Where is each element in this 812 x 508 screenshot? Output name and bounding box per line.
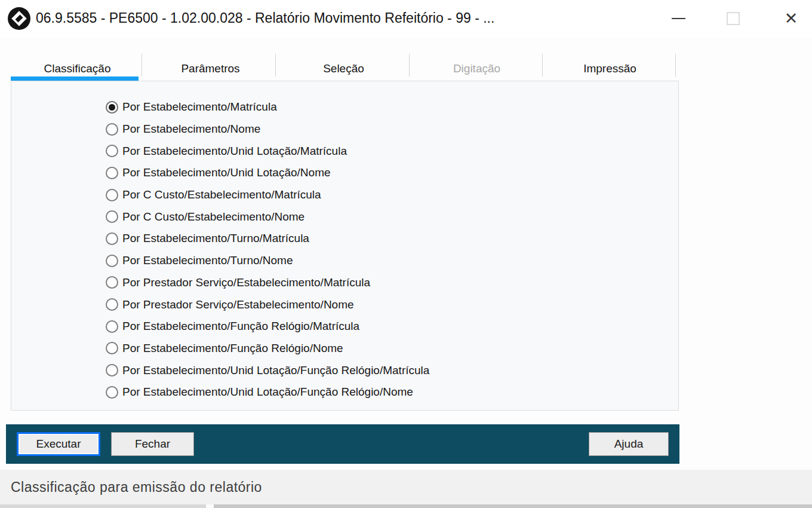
radio-option[interactable]: Por Estabelecimento/Turno/Nome xyxy=(106,250,429,272)
bottom-strip-left xyxy=(0,504,206,508)
action-bar: Executar Fechar Ajuda xyxy=(6,424,679,464)
close-button[interactable]: ✕ xyxy=(777,5,805,32)
tab-selecao[interactable]: Seleção xyxy=(277,53,410,81)
window-title: 06.9.5585 - PE6500 - 1.02.00.028 - Relat… xyxy=(36,10,494,26)
radio-dot xyxy=(109,104,115,111)
tab-separator xyxy=(675,54,676,76)
radio-option[interactable]: Por Estabelecimento/Unid Lotação/Função … xyxy=(106,359,429,381)
radio-icon[interactable] xyxy=(106,320,118,333)
radio-icon[interactable] xyxy=(106,210,118,223)
tab-bar: Classificação Parâmetros Seleção Digitaç… xyxy=(11,53,679,81)
radio-icon[interactable] xyxy=(106,189,118,201)
radio-option[interactable]: Por Estabelecimento/Matrícula xyxy=(106,96,429,118)
radio-option[interactable]: Por Prestador Serviço/Estabelecimento/Ma… xyxy=(106,272,429,294)
bottom-strip-right xyxy=(214,504,812,508)
radio-icon[interactable] xyxy=(106,364,118,377)
radio-option[interactable]: Por Prestador Serviço/Estabelecimento/No… xyxy=(106,293,429,316)
maximize-button[interactable] xyxy=(719,5,747,32)
radio-option[interactable]: Por C Custo/Estabelecimento/Matrícula xyxy=(106,184,429,206)
radio-icon[interactable] xyxy=(106,255,118,267)
radio-icon[interactable] xyxy=(106,342,118,354)
classification-panel: Por Estabelecimento/Matrícula Por Estabe… xyxy=(11,81,679,411)
status-text: Classificação para emissão do relatório xyxy=(11,479,262,495)
radio-option[interactable]: Por C Custo/Estabelecimento/Nome xyxy=(106,206,429,228)
radio-option[interactable]: Por Estabelecimento/Função Relógio/Matrí… xyxy=(106,316,429,338)
tab-separator xyxy=(142,54,142,76)
radio-option[interactable]: Por Estabelecimento/Turno/Matrícula xyxy=(106,228,429,250)
maximize-icon xyxy=(727,12,740,25)
tab-classificacao[interactable]: Classificação xyxy=(11,53,144,81)
radio-icon[interactable] xyxy=(106,145,118,157)
ajuda-button[interactable]: Ajuda xyxy=(589,432,669,456)
tab-parametros[interactable]: Parâmetros xyxy=(144,53,277,81)
radio-icon[interactable] xyxy=(106,276,118,289)
title-bar: 06.9.5585 - PE6500 - 1.02.00.028 - Relat… xyxy=(0,0,812,37)
executar-button[interactable]: Executar xyxy=(17,432,100,456)
radio-icon[interactable] xyxy=(106,167,118,179)
close-icon: ✕ xyxy=(785,11,798,27)
radio-icon[interactable] xyxy=(106,123,118,136)
minimize-icon xyxy=(672,18,685,19)
radio-icon[interactable] xyxy=(106,232,118,245)
radio-icon[interactable] xyxy=(106,386,118,399)
minimize-button[interactable] xyxy=(665,5,692,32)
radio-option[interactable]: Por Estabelecimento/Nome xyxy=(106,118,429,140)
bottom-edge-strip xyxy=(0,504,812,508)
tab-separator xyxy=(409,54,410,76)
radio-option[interactable]: Por Estabelecimento/Unid Lotação/Matrícu… xyxy=(106,140,429,162)
radio-option[interactable]: Por Estabelecimento/Unid Lotação/Função … xyxy=(106,381,429,403)
tab-impressao[interactable]: Impressão xyxy=(543,53,676,81)
app-window: 06.9.5585 - PE6500 - 1.02.00.028 - Relat… xyxy=(0,0,812,508)
tab-separator xyxy=(275,54,276,76)
radio-option[interactable]: Por Estabelecimento/Função Relógio/Nome xyxy=(106,338,429,360)
radio-option[interactable]: Por Estabelecimento/Unid Lotação/Nome xyxy=(106,162,429,184)
tab-separator xyxy=(542,54,543,76)
radio-icon[interactable] xyxy=(106,298,118,311)
status-bar: Classificação para emissão do relatório xyxy=(0,470,812,504)
radio-selected-icon[interactable] xyxy=(106,101,118,114)
app-logo-icon xyxy=(7,7,31,30)
radio-group: Por Estabelecimento/Matrícula Por Estabe… xyxy=(106,96,429,403)
tab-digitacao: Digitação xyxy=(410,53,543,81)
fechar-button[interactable]: Fechar xyxy=(111,432,194,456)
